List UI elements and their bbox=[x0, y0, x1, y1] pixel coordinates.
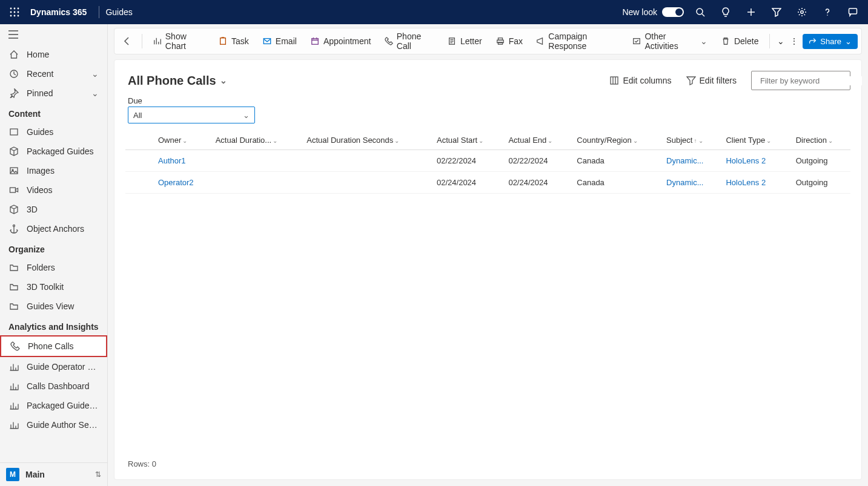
nav-videos[interactable]: Videos bbox=[0, 180, 107, 200]
svg-rect-22 bbox=[10, 168, 18, 174]
filter-icon[interactable] bbox=[766, 0, 787, 24]
due-label: Due bbox=[128, 96, 850, 105]
table-row[interactable]: Author1 02/22/2024 02/22/2024 Canada Dyn… bbox=[125, 150, 850, 172]
search-icon[interactable] bbox=[690, 0, 711, 24]
cmd-email[interactable]: Email bbox=[256, 31, 303, 51]
nav-label: Guides View bbox=[27, 301, 99, 311]
cell-subject[interactable]: Dynamic... bbox=[661, 150, 721, 172]
folder-icon bbox=[8, 262, 19, 273]
chevron-down-icon: ⌄ bbox=[91, 69, 99, 79]
cmd-label: Email bbox=[276, 36, 297, 46]
col-actual-duration[interactable]: Actual Duratio...⌄ bbox=[211, 131, 302, 150]
nav-folders[interactable]: Folders bbox=[0, 258, 107, 277]
cmd-delete[interactable]: Delete bbox=[715, 31, 764, 51]
cube-icon bbox=[8, 204, 19, 215]
col-client-type[interactable]: Client Type⌄ bbox=[721, 131, 790, 150]
cell-client-type[interactable]: HoloLens 2 bbox=[721, 172, 790, 194]
cmd-appointment[interactable]: Appointment bbox=[304, 31, 377, 51]
nav-label: Videos bbox=[27, 185, 99, 195]
chevron-down-icon: ⌄ bbox=[220, 76, 227, 85]
folder-icon bbox=[8, 281, 19, 292]
cmd-letter[interactable]: Letter bbox=[441, 31, 488, 51]
rows-label: Rows: bbox=[128, 459, 150, 468]
nav-home[interactable]: Home bbox=[0, 45, 107, 64]
col-actual-end[interactable]: Actual End⌄ bbox=[503, 131, 572, 150]
filter-keyword-input[interactable] bbox=[760, 76, 862, 85]
cmd-campaign-response[interactable]: Campaign Response bbox=[530, 31, 625, 51]
edit-filters-button[interactable]: Edit filters bbox=[686, 76, 737, 85]
nav-images[interactable]: Images bbox=[0, 161, 107, 180]
nav-guide-author-sessions[interactable]: Guide Author Sessions bbox=[0, 415, 107, 435]
phone-icon bbox=[384, 36, 393, 46]
more-commands[interactable]: ⋮ bbox=[788, 33, 800, 50]
chat-icon[interactable] bbox=[843, 0, 863, 24]
nav-object-anchors[interactable]: Object Anchors bbox=[0, 219, 107, 238]
nav-label: Guide Operator Sessi... bbox=[27, 362, 99, 372]
task-icon bbox=[218, 36, 228, 46]
cmd-fax[interactable]: Fax bbox=[489, 31, 529, 51]
nav-guide-operator-sessions[interactable]: Guide Operator Sessi... bbox=[0, 357, 107, 376]
toggle-switch[interactable] bbox=[662, 7, 684, 17]
cmd-show-chart[interactable]: Show Chart bbox=[147, 31, 211, 51]
nav-recent[interactable]: Recent ⌄ bbox=[0, 64, 107, 84]
chart-icon bbox=[8, 381, 19, 392]
nav-label: Phone Calls bbox=[28, 341, 98, 351]
cell-direction: Outgoing bbox=[791, 150, 850, 172]
col-country-region[interactable]: Country/Region⌄ bbox=[572, 131, 661, 150]
cmd-task[interactable]: Task bbox=[212, 31, 255, 51]
nav-3d[interactable]: 3D bbox=[0, 200, 107, 219]
cell-client-type[interactable]: HoloLens 2 bbox=[721, 150, 790, 172]
table-row[interactable]: Operator2 02/24/2024 02/24/2024 Canada D… bbox=[125, 172, 850, 194]
edit-columns-button[interactable]: Edit columns bbox=[609, 76, 671, 85]
nav-3d-toolkit[interactable]: 3D Toolkit bbox=[0, 277, 107, 297]
chart-icon bbox=[8, 419, 19, 430]
nav-label: Folders bbox=[27, 263, 99, 272]
cell-owner[interactable]: Operator2 bbox=[153, 172, 211, 194]
share-button[interactable]: Share ⌄ bbox=[803, 34, 858, 49]
svg-rect-26 bbox=[220, 38, 226, 45]
app-launcher-icon[interactable] bbox=[5, 7, 24, 17]
col-actual-duration-seconds[interactable]: Actual Duration Seconds⌄ bbox=[302, 131, 432, 150]
app-name[interactable]: Guides bbox=[105, 7, 139, 17]
nav-guides[interactable]: Guides bbox=[0, 122, 107, 142]
help-icon[interactable] bbox=[817, 0, 838, 24]
nav-guides-view[interactable]: Guides View bbox=[0, 297, 107, 316]
hamburger-icon[interactable] bbox=[0, 24, 107, 45]
gear-icon[interactable] bbox=[792, 0, 812, 24]
anchor-icon bbox=[8, 223, 19, 234]
view-title[interactable]: All Phone Calls ⌄ bbox=[125, 74, 227, 88]
cell-owner[interactable]: Author1 bbox=[153, 150, 211, 172]
nav-label: Home bbox=[27, 50, 99, 59]
nav-pinned[interactable]: Pinned ⌄ bbox=[0, 84, 107, 103]
cell-subject[interactable]: Dynamic... bbox=[661, 172, 721, 194]
back-button[interactable] bbox=[118, 31, 137, 51]
filter-keyword-box[interactable] bbox=[751, 71, 850, 90]
cmd-phone-call[interactable]: Phone Call bbox=[378, 31, 439, 51]
col-actual-start[interactable]: Actual Start⌄ bbox=[432, 131, 503, 150]
lightbulb-icon[interactable] bbox=[715, 0, 736, 24]
data-grid: Owner⌄ Actual Duratio...⌄ Actual Duratio… bbox=[125, 131, 850, 455]
nav-phone-calls[interactable]: Phone Calls bbox=[0, 335, 107, 357]
edit-filters-label: Edit filters bbox=[700, 76, 737, 85]
area-switcher[interactable]: M Main ⇅ bbox=[0, 462, 107, 486]
cmd-label: Phone Call bbox=[397, 31, 434, 51]
plus-icon[interactable] bbox=[741, 0, 761, 24]
col-subject[interactable]: Subject↑ ⌄ bbox=[661, 131, 721, 150]
nav-label: 3D Toolkit bbox=[27, 282, 99, 292]
due-select[interactable]: All ⌄ bbox=[128, 107, 255, 123]
nav-packaged-guides-op[interactable]: Packaged Guides Op... bbox=[0, 396, 107, 415]
col-direction[interactable]: Direction⌄ bbox=[791, 131, 850, 150]
new-look-toggle[interactable]: New look bbox=[622, 7, 684, 17]
nav-packaged-guides[interactable]: Packaged Guides bbox=[0, 142, 107, 161]
chart-icon bbox=[8, 400, 19, 411]
col-owner[interactable]: Owner⌄ bbox=[153, 131, 211, 150]
nav-label: Calls Dashboard bbox=[27, 381, 99, 391]
cmd-other-activities[interactable]: Other Activities⌄ bbox=[626, 31, 714, 51]
delete-chevron[interactable]: ⌄ bbox=[775, 33, 787, 50]
nav-calls-dashboard[interactable]: Calls Dashboard bbox=[0, 376, 107, 396]
svg-point-15 bbox=[827, 15, 828, 16]
updown-icon: ⇅ bbox=[95, 470, 101, 479]
cell-actual-duration-seconds bbox=[302, 150, 432, 172]
nav-label: Object Anchors bbox=[27, 224, 99, 234]
col-select[interactable] bbox=[125, 131, 153, 150]
